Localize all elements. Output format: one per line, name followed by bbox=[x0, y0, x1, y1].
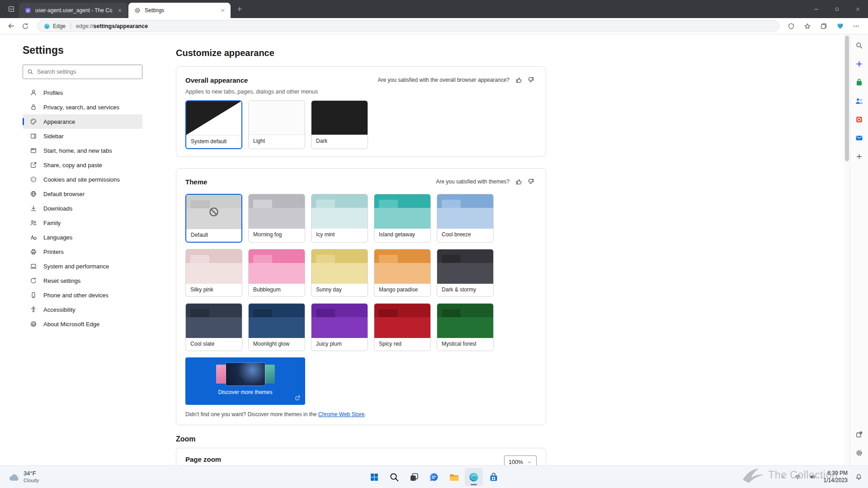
notifications-button[interactable] bbox=[853, 471, 864, 483]
discover-more-themes-button[interactable]: Discover more themes bbox=[185, 357, 305, 405]
rail-add-button[interactable] bbox=[852, 149, 867, 164]
sidebar-item-label: Start, home, and new tabs bbox=[43, 147, 112, 154]
tab-close-button[interactable] bbox=[219, 6, 227, 14]
sidebar-item-languages[interactable]: Languages bbox=[23, 230, 142, 244]
feedback-question: Are you satisfied with themes? bbox=[436, 178, 509, 185]
sidebar-item-privacy-search-and-services[interactable]: Privacy, search, and services bbox=[23, 100, 142, 114]
sidebar-item-start-home-and-new-tabs[interactable]: Start, home, and new tabs bbox=[23, 143, 142, 158]
sidebar-item-accessibility[interactable]: Accessibility bbox=[23, 302, 142, 317]
volume-icon bbox=[809, 474, 816, 480]
theme-tile-moonlight-glow[interactable]: Moonlight glow bbox=[248, 303, 305, 351]
settings-search-input[interactable] bbox=[37, 69, 138, 75]
close-window-button[interactable] bbox=[847, 0, 868, 18]
theme-tile-mystical-forest[interactable]: Mystical forest bbox=[437, 303, 494, 351]
sidebar-item-cookies-and-site-permissions[interactable]: Cookies and site permissions bbox=[23, 172, 142, 187]
browser-tab-inactive[interactable]: user-agent.user_agent - The Coll... bbox=[19, 3, 127, 18]
sidebar-icon bbox=[30, 132, 37, 140]
theme-tile-juicy-plum[interactable]: Juicy plum bbox=[311, 303, 368, 351]
appearance-option-dark[interactable]: Dark bbox=[311, 100, 368, 149]
theme-tile-default[interactable]: Default bbox=[185, 194, 242, 243]
taskbar-store-button[interactable] bbox=[485, 468, 503, 486]
rail-search-button[interactable] bbox=[852, 38, 867, 52]
taskbar-file-explorer-button[interactable] bbox=[445, 468, 463, 486]
thumbs-down-button[interactable] bbox=[525, 74, 537, 86]
rail-discover-button[interactable] bbox=[852, 56, 867, 71]
browser-essentials-button[interactable] bbox=[833, 19, 847, 33]
network-button[interactable] bbox=[792, 471, 804, 483]
taskbar-search-button[interactable] bbox=[385, 468, 403, 486]
thumbs-down-button[interactable] bbox=[525, 176, 537, 188]
settings-search-box[interactable] bbox=[23, 65, 142, 79]
theme-preview bbox=[186, 304, 242, 338]
theme-label: Cool slate bbox=[186, 338, 242, 351]
theme-tile-cool-breeze[interactable]: Cool breeze bbox=[437, 194, 494, 243]
sidebar-item-phone-and-other-devices[interactable]: Phone and other devices bbox=[23, 288, 142, 302]
taskbar-edge-button[interactable] bbox=[465, 468, 483, 486]
sidebar-item-share-copy-and-paste[interactable]: Share, copy and paste bbox=[23, 158, 142, 172]
sidebar-item-downloads[interactable]: Downloads bbox=[23, 201, 142, 216]
page-scrollbar[interactable] bbox=[844, 34, 850, 465]
theme-tile-bubblegum[interactable]: Bubblegum bbox=[248, 249, 305, 297]
rail-popout-button[interactable] bbox=[852, 427, 867, 441]
appearance-option-system-default[interactable]: System default bbox=[185, 100, 242, 149]
chrome-web-store-link[interactable]: Chrome Web Store bbox=[318, 411, 365, 418]
hidden-icons-button[interactable] bbox=[777, 471, 789, 483]
sidebar-item-appearance[interactable]: Appearance bbox=[23, 114, 142, 129]
thumbs-up-button[interactable] bbox=[513, 74, 525, 86]
scrollbar-thumb[interactable] bbox=[845, 36, 849, 161]
theme-tile-silky-pink[interactable]: Silky pink bbox=[185, 249, 242, 297]
theme-tile-dark-stormy[interactable]: Dark & stormy bbox=[437, 249, 494, 297]
sidebar-item-printers[interactable]: Printers bbox=[23, 244, 142, 259]
settings-main: Customize appearance Overall appearance … bbox=[154, 34, 844, 465]
favorites-button[interactable] bbox=[800, 19, 815, 33]
rail-outlook-button[interactable] bbox=[852, 131, 867, 145]
security-button[interactable] bbox=[784, 19, 798, 33]
sidebar-item-sidebar[interactable]: Sidebar bbox=[23, 129, 142, 143]
sidebar-item-default-browser[interactable]: Default browser bbox=[23, 187, 142, 201]
sidebar-item-reset-settings[interactable]: Reset settings bbox=[23, 273, 142, 288]
rail-shopping-button[interactable] bbox=[852, 75, 867, 89]
theme-tile-sunny-day[interactable]: Sunny day bbox=[311, 249, 368, 297]
more-menu-button[interactable] bbox=[849, 19, 863, 33]
collections-button[interactable] bbox=[816, 19, 831, 33]
weather-widget-button[interactable]: 34°F Cloudy bbox=[5, 466, 42, 488]
browser-tab-settings[interactable]: Settings bbox=[128, 3, 231, 18]
zoom-level-select[interactable]: 100% bbox=[504, 455, 537, 465]
tab-actions-button[interactable] bbox=[4, 2, 19, 16]
theme-tile-cool-slate[interactable]: Cool slate bbox=[185, 303, 242, 351]
theme-tile-island-getaway[interactable]: Island getaway bbox=[374, 194, 431, 243]
clock-button[interactable]: 6:39 PM 1/14/2023 bbox=[822, 469, 849, 485]
sidebar-item-about-microsoft-edge[interactable]: About Microsoft Edge bbox=[23, 317, 142, 331]
edge-icon bbox=[468, 472, 479, 483]
clock-date: 1/14/2023 bbox=[824, 477, 848, 484]
theme-tile-morning-fog[interactable]: Morning fog bbox=[248, 194, 305, 243]
taskbar-task-view-button[interactable] bbox=[405, 468, 423, 486]
taskbar-chat-button[interactable] bbox=[425, 468, 443, 486]
thumbs-up-button[interactable] bbox=[513, 176, 525, 188]
rail-people-button[interactable] bbox=[852, 94, 867, 108]
sidebar-item-family[interactable]: Family bbox=[23, 216, 142, 230]
rail-settings-button[interactable] bbox=[852, 446, 867, 460]
theme-tile-spicy-red[interactable]: Spicy red bbox=[374, 303, 431, 351]
family-icon bbox=[30, 219, 37, 226]
sidebar-item-profiles[interactable]: Profiles bbox=[23, 85, 142, 100]
minimize-button[interactable] bbox=[806, 0, 826, 18]
theme-tile-mango-paradise[interactable]: Mango paradise bbox=[374, 249, 431, 297]
window-controls bbox=[806, 0, 868, 18]
maximize-button[interactable] bbox=[826, 0, 847, 18]
appearance-option-light[interactable]: Light bbox=[248, 100, 305, 149]
browser-navbar: Edge edge://settings/appearance bbox=[0, 18, 868, 34]
theme-tile-icy-mint[interactable]: Icy mint bbox=[311, 194, 368, 243]
tab-close-button[interactable] bbox=[116, 6, 124, 14]
new-tab-button[interactable] bbox=[233, 3, 246, 15]
address-bar[interactable]: Edge edge://settings/appearance bbox=[37, 20, 779, 32]
back-button[interactable] bbox=[4, 19, 18, 33]
taskbar-start-button[interactable] bbox=[365, 468, 383, 486]
refresh-button[interactable] bbox=[18, 19, 33, 33]
rail-office-button[interactable] bbox=[852, 112, 867, 127]
search-icon bbox=[27, 69, 33, 75]
volume-button[interactable] bbox=[807, 471, 819, 483]
appearance-preview bbox=[186, 101, 241, 136]
gear-favicon-icon bbox=[134, 7, 141, 14]
sidebar-item-system-and-performance[interactable]: System and performance bbox=[23, 259, 142, 273]
